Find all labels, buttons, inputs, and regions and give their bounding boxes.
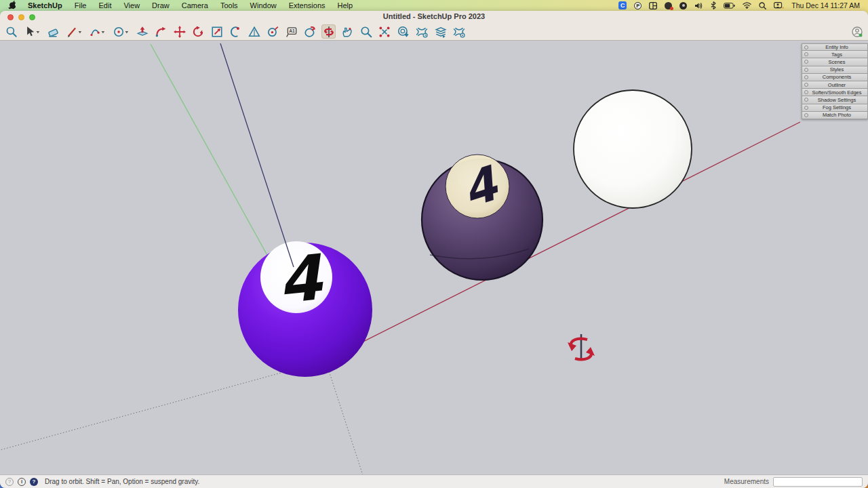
- dark-purple-4-ball[interactable]: 4: [422, 155, 542, 280]
- scale-tool-button[interactable]: [210, 24, 224, 39]
- menu-draw[interactable]: Draw: [152, 1, 170, 9]
- text-tool-badge: A1: [289, 28, 295, 33]
- camera-menulet-icon[interactable]: [679, 2, 687, 9]
- menu-edit[interactable]: Edit: [98, 1, 111, 9]
- model-download-tool-button[interactable]: [396, 24, 410, 39]
- white-cue-ball[interactable]: [574, 90, 692, 208]
- panel-section-match-photo[interactable]: Match Photo: [802, 112, 868, 119]
- status-bar: ? i ? Drag to orbit. Shift = Pan, Option…: [0, 474, 868, 488]
- tape-measure-tool-button[interactable]: [266, 24, 280, 39]
- line-tool-button[interactable]: [65, 24, 84, 39]
- measurements-label: Measurements: [724, 478, 769, 485]
- panel-section-outliner[interactable]: Outliner: [802, 81, 868, 89]
- protractor-tool-button[interactable]: [247, 24, 261, 39]
- sketchup-window: Untitled - SketchUp Pro 2023: [0, 11, 868, 488]
- default-tray-panel: Entity Info Tags Scenes Styles Component…: [802, 43, 868, 119]
- red-axis-line: [326, 122, 800, 361]
- offset-tool-button[interactable]: [154, 24, 168, 39]
- screen-record-icon[interactable]: [665, 2, 672, 9]
- zoom-tool-button[interactable]: [359, 24, 373, 39]
- menu-bar: SketchUp File Edit View Draw Camera Tool…: [0, 0, 868, 11]
- status-hint-text: Drag to orbit. Shift = Pan, Option = sus…: [45, 478, 199, 485]
- menu-help[interactable]: Help: [338, 1, 353, 9]
- menu-view[interactable]: View: [123, 1, 140, 9]
- volume-icon[interactable]: [694, 2, 703, 9]
- purple-4-ball[interactable]: 4: [238, 241, 372, 377]
- menu-clock[interactable]: Thu Dec 14 11:27 AM: [791, 1, 860, 9]
- apple-menu-icon[interactable]: [8, 1, 16, 11]
- panel-section-components[interactable]: Components: [802, 74, 868, 81]
- circle-tool-button[interactable]: [112, 24, 131, 39]
- zoom-extents-tool-button[interactable]: [378, 24, 392, 39]
- paint-bucket-tool-button[interactable]: [303, 24, 317, 39]
- panel-section-entity-info[interactable]: Entity Info: [802, 43, 868, 51]
- user-switch-icon[interactable]: [774, 2, 784, 9]
- help-icon[interactable]: ?: [30, 478, 38, 486]
- menu-file[interactable]: File: [75, 1, 87, 9]
- menu-extensions[interactable]: Extensions: [289, 1, 326, 9]
- panel-section-scenes[interactable]: Scenes: [802, 58, 868, 66]
- app-badge-icon[interactable]: C: [618, 1, 627, 9]
- toolbar: A1: [0, 23, 868, 41]
- pan-tool-button[interactable]: [340, 24, 355, 39]
- text-tool-button[interactable]: A1: [284, 24, 298, 39]
- follow-me-tool-button[interactable]: [229, 24, 243, 39]
- battery-icon[interactable]: [724, 3, 735, 9]
- orbit-tool-button[interactable]: [321, 24, 336, 39]
- panel-section-styles[interactable]: Styles: [802, 66, 868, 74]
- menu-tools[interactable]: Tools: [220, 1, 238, 9]
- desktop: SketchUp File Edit View Draw Camera Tool…: [0, 0, 868, 488]
- bluetooth-icon[interactable]: [711, 1, 716, 9]
- rotate-tool-button[interactable]: [191, 24, 205, 39]
- move-tool-button[interactable]: [172, 24, 186, 39]
- blue-axis-line: [220, 43, 294, 267]
- search-tool-button[interactable]: [4, 24, 18, 39]
- panel-section-tags[interactable]: Tags: [802, 51, 868, 58]
- info-icon[interactable]: i: [18, 478, 26, 486]
- title-bar: Untitled - SketchUp Pro 2023: [0, 11, 868, 23]
- panel-section-fog-settings[interactable]: Fog Settings: [802, 104, 868, 112]
- viewport[interactable]: 4 4: [0, 41, 868, 474]
- parallels-menu-icon[interactable]: P: [634, 2, 642, 9]
- wifi-icon[interactable]: [743, 2, 751, 9]
- blue-axis-negative-line: [326, 361, 364, 474]
- panel-section-shadow-settings[interactable]: Shadow Settings: [802, 96, 868, 104]
- red-axis-negative-line: [0, 361, 326, 450]
- measurements-input[interactable]: [773, 477, 863, 487]
- select-tool-button[interactable]: [23, 24, 42, 39]
- window-title: Untitled - SketchUp Pro 2023: [0, 12, 868, 20]
- menu-window[interactable]: Window: [250, 1, 277, 9]
- menu-sketchup[interactable]: SketchUp: [28, 1, 62, 9]
- sign-in-avatar-button[interactable]: [850, 24, 864, 39]
- geolocation-icon[interactable]: ?: [5, 478, 14, 486]
- window-manager-icon[interactable]: [649, 2, 657, 9]
- panel-section-soften-smooth-edges[interactable]: Soften/Smooth Edges: [802, 89, 868, 96]
- menu-camera[interactable]: Camera: [182, 1, 208, 9]
- push-pull-tool-button[interactable]: [135, 24, 149, 39]
- orbit-cursor-icon: [568, 334, 595, 359]
- eraser-tool-button[interactable]: [46, 24, 60, 39]
- layers-share-tool-button[interactable]: [433, 24, 448, 39]
- spotlight-icon[interactable]: [759, 2, 766, 9]
- swap-settings-tool-button[interactable]: [452, 24, 467, 39]
- arc-tool-button[interactable]: [88, 24, 107, 39]
- swap-time-tool-button[interactable]: [415, 24, 429, 39]
